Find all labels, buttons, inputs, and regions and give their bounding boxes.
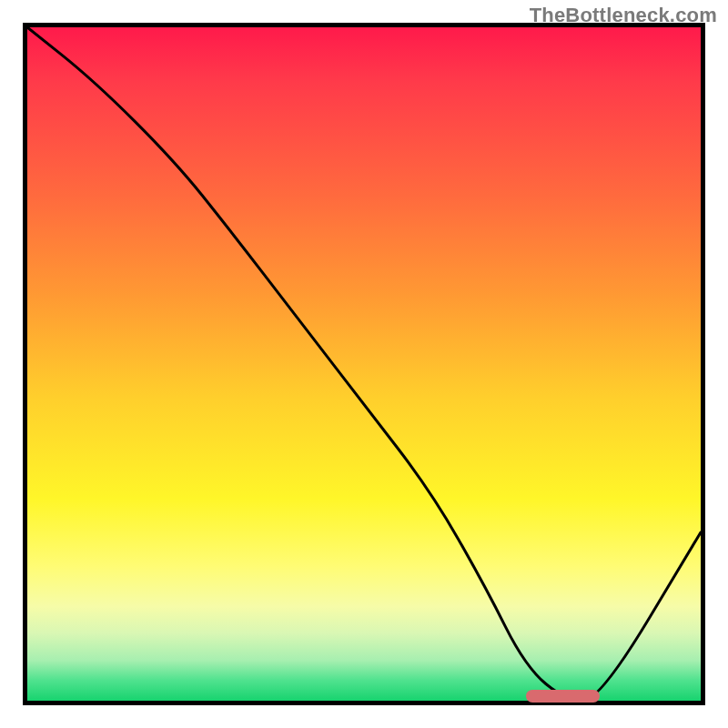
mismatch-curve [27,27,701,701]
plot-area [23,23,705,705]
curve-path [27,27,701,701]
chart-container: TheBottleneck.com [0,0,728,728]
optimal-range-marker [526,690,600,703]
